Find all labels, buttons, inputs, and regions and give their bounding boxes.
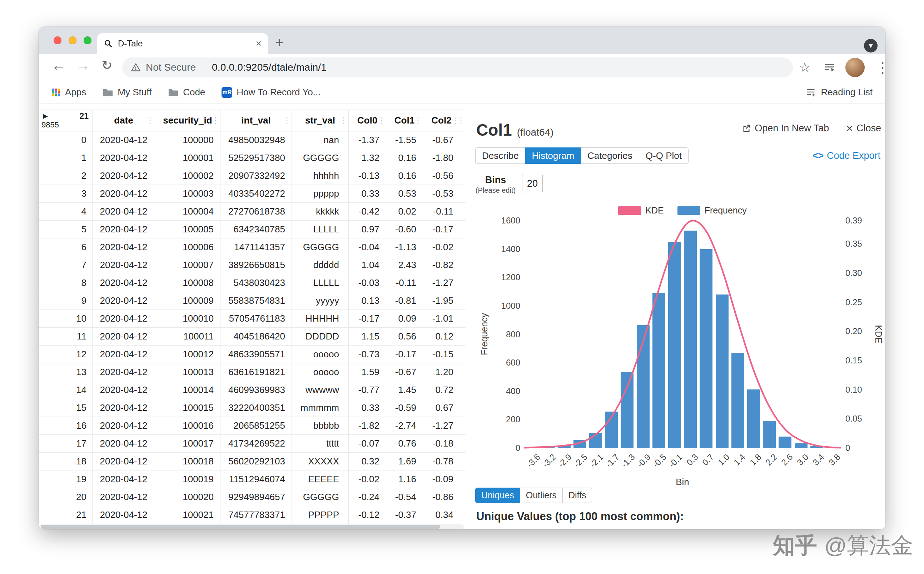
reload-button[interactable]: ↻ <box>101 59 112 72</box>
column-menu-icon[interactable]: ⋮ <box>212 116 219 125</box>
table-cell[interactable]: -0.07 <box>349 435 386 453</box>
table-cell[interactable]: 0.34 <box>423 506 460 524</box>
table-cell[interactable]: -0.09 <box>423 470 460 488</box>
table-cell[interactable]: 2020-04-12 <box>93 417 155 435</box>
table-cell[interactable]: 2020-04-12 <box>93 399 155 417</box>
table-cell[interactable]: 2020-04-12 <box>93 221 155 238</box>
table-cell[interactable]: GGGGG <box>292 488 349 506</box>
tab-close-icon[interactable]: × <box>256 39 261 49</box>
media-queue-icon[interactable] <box>823 54 835 81</box>
column-header[interactable]: Col1⋮ <box>386 110 423 131</box>
column-header[interactable]: int_val⋮ <box>220 110 292 131</box>
table-cell[interactable]: 74577783371 <box>220 506 292 524</box>
table-cell[interactable]: 2020-04-12 <box>93 453 155 470</box>
column-header[interactable]: date⋮ <box>93 110 155 131</box>
table-cell[interactable]: 100008 <box>155 274 220 292</box>
subtab-outliers[interactable]: Outliers <box>520 487 563 503</box>
row-index-cell[interactable]: 5 <box>39 221 93 238</box>
table-cell[interactable]: DDDDD <box>292 328 349 345</box>
bookmark-code[interactable]: Code <box>168 87 205 98</box>
tab-categories[interactable]: Categories <box>581 147 639 164</box>
column-menu-icon[interactable]: ⋮ <box>414 116 422 125</box>
legend-item-kde[interactable]: KDE <box>618 205 663 216</box>
column-header[interactable]: Col2⋮ <box>423 110 460 131</box>
table-cell[interactable]: 0.56 <box>386 328 423 345</box>
table-cell[interactable]: yyyyy <box>292 292 349 310</box>
table-cell[interactable]: 2020-04-12 <box>93 488 155 506</box>
table-cell[interactable]: 0.16 <box>386 149 423 167</box>
table-cell[interactable]: 0.72 <box>423 381 460 399</box>
table-cell[interactable]: -0.81 <box>386 292 423 310</box>
column-header[interactable]: str_val⋮ <box>292 110 349 131</box>
table-cell[interactable]: 100006 <box>155 238 220 256</box>
table-cell[interactable]: -0.53 <box>423 185 460 203</box>
table-cell[interactable]: 100017 <box>155 435 220 453</box>
table-cell[interactable]: ppppp <box>292 185 349 203</box>
table-cell[interactable]: 0.53 <box>386 185 423 203</box>
table-cell[interactable]: -1.95 <box>423 292 460 310</box>
row-index-cell[interactable]: 21 <box>39 506 93 524</box>
table-cell[interactable]: -1.80 <box>423 149 460 167</box>
table-cell[interactable]: 2020-04-12 <box>93 185 155 203</box>
table-cell[interactable]: 2020-04-12 <box>93 435 155 453</box>
table-cell[interactable]: 100021 <box>155 506 220 524</box>
table-cell[interactable]: 1.16 <box>386 470 423 488</box>
mac-close-button[interactable] <box>54 36 62 44</box>
table-cell[interactable]: nan <box>292 131 349 149</box>
table-cell[interactable]: ooooo <box>292 363 349 381</box>
table-cell[interactable]: XXXXX <box>292 453 349 470</box>
table-cell[interactable]: 4045186420 <box>220 328 292 345</box>
row-index-cell[interactable]: 3 <box>39 185 93 203</box>
table-cell[interactable]: 2020-04-12 <box>93 256 155 274</box>
table-cell[interactable]: 0.32 <box>349 453 386 470</box>
table-cell[interactable]: 0.33 <box>349 185 386 203</box>
table-cell[interactable]: 2020-04-12 <box>93 310 155 328</box>
table-cell[interactable]: -1.82 <box>349 417 386 435</box>
table-cell[interactable]: EEEEE <box>292 470 349 488</box>
row-index-cell[interactable]: 14 <box>39 381 93 399</box>
table-cell[interactable]: 48633905571 <box>220 345 292 363</box>
reading-list-button[interactable]: Reading List <box>806 81 873 104</box>
table-cell[interactable]: -0.02 <box>349 470 386 488</box>
table-cell[interactable]: 2020-04-12 <box>93 345 155 363</box>
close-panel-button[interactable]: × Close <box>846 123 881 134</box>
row-index-cell[interactable]: 19 <box>39 470 93 488</box>
table-cell[interactable]: -1.01 <box>423 310 460 328</box>
table-cell[interactable]: 20907332492 <box>220 167 292 185</box>
profile-avatar[interactable] <box>845 54 865 81</box>
browser-menu-icon[interactable]: ⋮ <box>875 54 885 81</box>
table-cell[interactable]: 2020-04-12 <box>93 149 155 167</box>
table-cell[interactable]: 46099369983 <box>220 381 292 399</box>
table-cell[interactable]: -1.55 <box>386 131 423 149</box>
subtab-diffs[interactable]: Diffs <box>562 487 592 503</box>
table-cell[interactable]: 2020-04-12 <box>93 274 155 292</box>
table-cell[interactable]: 0.76 <box>386 435 423 453</box>
table-cell[interactable]: 11512946074 <box>220 470 292 488</box>
table-cell[interactable]: -0.11 <box>423 203 460 221</box>
table-cell[interactable]: PPPPP <box>292 506 349 524</box>
table-cell[interactable]: 1.45 <box>386 381 423 399</box>
column-menu-icon[interactable]: ⋮ <box>460 116 465 125</box>
table-cell[interactable]: mmmmm <box>292 399 349 417</box>
mac-minimize-button[interactable] <box>69 36 76 44</box>
table-cell[interactable]: 32220400351 <box>220 399 292 417</box>
table-cell[interactable]: -0.54 <box>386 488 423 506</box>
row-index-cell[interactable]: 15 <box>39 399 93 417</box>
table-cell[interactable]: 100019 <box>155 470 220 488</box>
table-cell[interactable]: 100000 <box>155 131 220 149</box>
table-cell[interactable]: -0.82 <box>423 256 460 274</box>
table-cell[interactable]: -0.11 <box>386 274 423 292</box>
table-cell[interactable]: 2020-04-12 <box>93 381 155 399</box>
mac-zoom-button[interactable] <box>84 36 92 44</box>
table-cell[interactable]: 2020-04-12 <box>93 328 155 345</box>
table-cell[interactable]: -0.67 <box>386 363 423 381</box>
table-cell[interactable]: 100010 <box>155 310 220 328</box>
table-cell[interactable]: 1.69 <box>386 453 423 470</box>
table-cell[interactable]: 1471141357 <box>220 238 292 256</box>
row-index-cell[interactable]: 1 <box>39 149 93 167</box>
table-cell[interactable]: -0.04 <box>349 238 386 256</box>
table-cell[interactable]: 100016 <box>155 417 220 435</box>
bookmark-how-to-record[interactable]: mR How To Record Yo... <box>222 87 321 98</box>
table-cell[interactable]: -2.74 <box>386 417 423 435</box>
table-cell[interactable]: -0.86 <box>423 488 460 506</box>
